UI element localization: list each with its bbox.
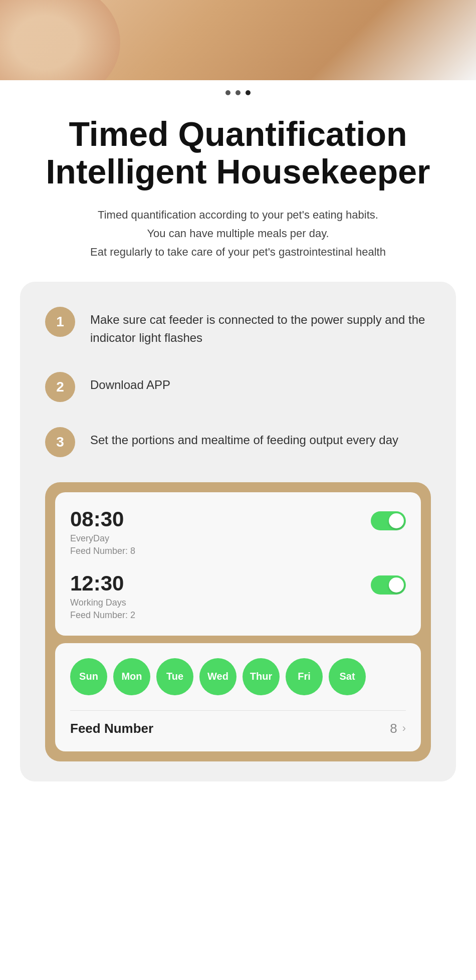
- dot-3: [246, 90, 251, 95]
- meal-entry-2: 12:30 Working Days Feed Number: 2: [70, 571, 406, 621]
- step-item-1: 1 Make sure cat feeder is connected to t…: [45, 307, 431, 347]
- meal-schedule-1: EveryDay: [70, 533, 135, 544]
- meal-feed-2: Feed Number: 2: [70, 610, 135, 621]
- feed-number-row[interactable]: Feed Number 8 ›: [70, 721, 406, 736]
- hero-title: Timed Quantification Intelligent Houseke…: [20, 100, 456, 206]
- step-number-2: 2: [45, 372, 75, 402]
- main-content: Timed Quantification Intelligent Houseke…: [0, 100, 476, 781]
- meal-schedule-2: Working Days: [70, 598, 135, 608]
- step-number-1: 1: [45, 307, 75, 337]
- step-item-2: 2 Download APP: [45, 372, 431, 402]
- pagination-dots: [0, 80, 476, 100]
- days-row: Sun Mon Tue Wed Thur Fri: [70, 658, 406, 695]
- app-mockup: 08:30 EveryDay Feed Number: 8 12:30 Work…: [45, 482, 431, 761]
- step-item-3: 3 Set the portions and mealtime of feedi…: [45, 427, 431, 457]
- day-mon[interactable]: Mon: [113, 658, 150, 695]
- top-image: [0, 0, 476, 80]
- feed-number-label: Feed Number: [70, 721, 153, 736]
- hero-subtitle: Timed quantification according to your p…: [20, 206, 456, 282]
- day-sun[interactable]: Sun: [70, 658, 107, 695]
- step-text-3: Set the portions and mealtime of feeding…: [90, 427, 398, 449]
- toggle-1[interactable]: [371, 511, 406, 530]
- days-feed-card: Sun Mon Tue Wed Thur Fri: [55, 643, 421, 751]
- meal-feed-1: Feed Number: 8: [70, 546, 135, 556]
- day-thur[interactable]: Thur: [243, 658, 280, 695]
- meal-time-1: 08:30: [70, 507, 135, 531]
- chevron-right-icon: ›: [402, 722, 406, 735]
- toggle-2[interactable]: [371, 575, 406, 595]
- day-tue[interactable]: Tue: [156, 658, 193, 695]
- feed-number-value: 8 ›: [390, 721, 406, 736]
- step-text-2: Download APP: [90, 372, 170, 394]
- steps-card: 1 Make sure cat feeder is connected to t…: [20, 282, 456, 781]
- day-fri[interactable]: Fri: [286, 658, 323, 695]
- meal-entry-1: 08:30 EveryDay Feed Number: 8: [70, 507, 406, 556]
- day-sat[interactable]: Sat: [329, 658, 366, 695]
- divider: [70, 710, 406, 711]
- step-text-1: Make sure cat feeder is connected to the…: [90, 307, 431, 347]
- day-wed[interactable]: Wed: [199, 658, 236, 695]
- meal-time-2: 12:30: [70, 571, 135, 596]
- schedule-card: 08:30 EveryDay Feed Number: 8 12:30 Work…: [55, 492, 421, 636]
- dot-1: [225, 90, 230, 95]
- dot-2: [235, 90, 241, 95]
- step-number-3: 3: [45, 427, 75, 457]
